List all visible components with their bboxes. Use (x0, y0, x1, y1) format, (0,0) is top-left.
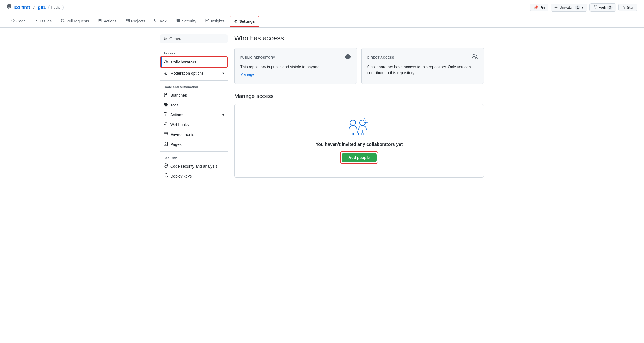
pin-button[interactable]: 📌 Pin (530, 4, 548, 11)
sidebar-deploy-keys-label: Deploy keys (170, 174, 192, 178)
pin-label: Pin (539, 5, 545, 10)
svg-point-5 (352, 133, 354, 135)
sidebar-divider-1 (160, 47, 228, 47)
tab-code-label: Code (16, 19, 26, 23)
collab-illustration (241, 118, 477, 137)
main-content: Who has access PUBLIC REPOSITORY This re… (234, 34, 484, 181)
sidebar-actions-label: Actions (170, 113, 183, 117)
tab-projects-label: Projects (131, 19, 146, 23)
sidebar: ⚙ General Access Collaborators Moderatio… (160, 34, 228, 181)
branches-icon (164, 92, 168, 98)
environments-icon (164, 132, 168, 137)
deploy-keys-icon (164, 173, 168, 179)
nav-tabs: Code Issues Pull requests Actions Projec… (0, 15, 644, 28)
chevron-down-icon: ▾ (222, 71, 224, 76)
repo-header: lcd-first / git1 Public 📌 Pin 👁 Unwatch … (0, 0, 644, 15)
repo-owner-link[interactable]: lcd-first (13, 5, 30, 10)
direct-access-label: DIRECT ACCESS (367, 56, 394, 59)
repo-actions: 📌 Pin 👁 Unwatch 1 ▾ Fork 0 ☆ Star (530, 3, 637, 12)
projects-icon (126, 19, 130, 23)
sidebar-tags-label: Tags (170, 103, 179, 107)
sidebar-code-security-label: Code security and analysis (170, 164, 217, 169)
tab-wiki[interactable]: Wiki (150, 15, 171, 27)
sidebar-item-actions[interactable]: Actions ▾ (160, 110, 228, 120)
fork-icon (593, 5, 597, 10)
actions-icon (98, 19, 102, 23)
unwatch-button[interactable]: 👁 Unwatch 1 ▾ (551, 4, 587, 12)
tab-projects[interactable]: Projects (122, 15, 149, 27)
tab-actions-label: Actions (104, 19, 117, 23)
wiki-icon (154, 19, 158, 23)
direct-access-text: 0 collaborators have access to this repo… (367, 64, 478, 76)
sidebar-security-section: Security (160, 154, 228, 161)
fork-button[interactable]: Fork 0 (589, 3, 616, 12)
insights-icon (205, 19, 209, 23)
sidebar-item-branches[interactable]: Branches (160, 90, 228, 100)
sidebar-item-code-security[interactable]: Code security and analysis (160, 161, 228, 171)
sidebar-item-moderation[interactable]: Moderation options ▾ (160, 68, 228, 78)
tab-code[interactable]: Code (7, 15, 30, 27)
tab-security[interactable]: Security (173, 15, 200, 27)
direct-access-card: DIRECT ACCESS 0 collaborators have acces… (361, 48, 484, 84)
fork-count: 0 (607, 5, 613, 10)
tab-insights-label: Insights (211, 19, 224, 23)
sidebar-item-deploy-keys[interactable]: Deploy keys (160, 171, 228, 181)
collaborators-item-wrapper: Collaborators (160, 56, 228, 68)
repo-name-link[interactable]: git1 (38, 5, 46, 10)
eye-card-icon (345, 54, 351, 61)
public-repo-text: This repository is public and visible to… (240, 64, 351, 70)
tab-settings[interactable]: ⚙ Settings (230, 16, 259, 27)
sidebar-code-automation-section: Code and automation (160, 83, 228, 90)
people-card-icon (472, 54, 478, 61)
issues-icon (35, 19, 38, 23)
sidebar-environments-label: Environments (170, 132, 194, 137)
gear-icon: ⚙ (164, 37, 167, 41)
public-repo-label: PUBLIC REPOSITORY (240, 56, 275, 59)
tab-actions[interactable]: Actions (94, 15, 121, 27)
sidebar-item-environments[interactable]: Environments (160, 130, 228, 139)
tab-security-label: Security (182, 19, 196, 23)
manage-access-title: Manage access (234, 93, 484, 99)
pin-icon: 📌 (534, 5, 538, 10)
collaborators-icon (164, 60, 169, 65)
sidebar-item-collaborators[interactable]: Collaborators (162, 57, 227, 67)
sidebar-pages-label: Pages (170, 142, 182, 147)
add-people-button[interactable]: Add people (342, 153, 377, 162)
collab-empty-text: You haven't invited any collaborators ye… (241, 142, 477, 147)
sidebar-collaborators-label: Collaborators (171, 60, 196, 64)
moderation-icon (164, 71, 168, 76)
fork-label: Fork (598, 5, 606, 10)
sidebar-item-pages[interactable]: Pages (160, 139, 228, 149)
chevron-down-icon: ▾ (582, 5, 584, 10)
visibility-badge: Public (48, 5, 64, 10)
star-icon: ☆ (622, 5, 625, 10)
repo-slash: / (33, 5, 35, 10)
svg-point-7 (362, 133, 363, 135)
manage-link[interactable]: Manage (240, 72, 255, 77)
public-repo-card: PUBLIC REPOSITORY This repository is pub… (234, 48, 357, 84)
tab-pull-requests-label: Pull requests (66, 19, 89, 23)
webhooks-icon (164, 122, 168, 127)
repo-icon (7, 4, 11, 10)
svg-point-6 (357, 133, 359, 135)
tab-insights[interactable]: Insights (201, 15, 228, 27)
star-button[interactable]: ☆ Star (618, 4, 637, 11)
sidebar-item-webhooks[interactable]: Webhooks (160, 120, 228, 130)
pr-icon (61, 19, 65, 23)
page-title: Who has access (234, 34, 484, 42)
security-icon (176, 19, 180, 23)
sidebar-divider-2 (160, 80, 228, 81)
settings-icon: ⚙ (234, 19, 238, 24)
sidebar-item-general[interactable]: ⚙ General (160, 34, 228, 43)
sidebar-item-tags[interactable]: Tags (160, 100, 228, 110)
tab-pull-requests[interactable]: Pull requests (57, 15, 93, 27)
sidebar-divider-3 (160, 151, 228, 152)
unwatch-label: Unwatch (559, 5, 574, 10)
manage-access-box: You haven't invited any collaborators ye… (234, 104, 484, 178)
sidebar-general-label: General (169, 37, 183, 41)
repo-identity: lcd-first / git1 Public (7, 4, 64, 10)
tab-issues-label: Issues (40, 19, 51, 23)
access-cards: PUBLIC REPOSITORY This repository is pub… (234, 48, 484, 84)
tab-issues[interactable]: Issues (31, 15, 55, 27)
star-label: Star (627, 5, 634, 10)
